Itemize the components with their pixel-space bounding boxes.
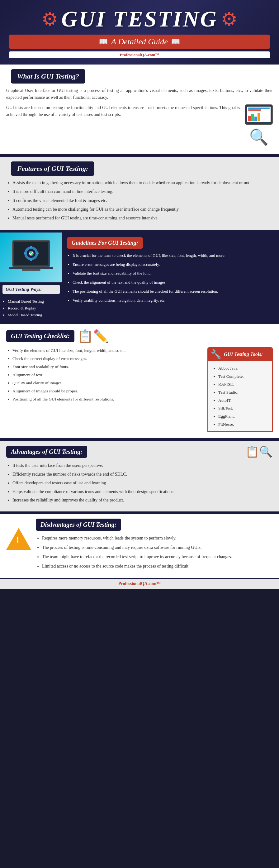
separator-3 xyxy=(0,322,279,324)
advantages-list: It tests the user interface from the use… xyxy=(6,462,273,504)
list-item: Efficiently reduces the number of risks … xyxy=(12,471,273,478)
warning-icon xyxy=(6,528,31,550)
list-item: Offers developers and testers ease of us… xyxy=(12,479,273,487)
list-item: Limited access or no access to the sourc… xyxy=(42,563,273,570)
list-item: Manual tests performed for GUI testing a… xyxy=(12,215,273,222)
header: ⚙ GUI TESTING ⚙ 📖 A Detailed Guide 📖 Pro… xyxy=(0,0,279,64)
tools-title: GUI Testing Tools: xyxy=(224,351,263,357)
list-item: EggPlant. xyxy=(218,412,268,421)
list-item: Positioning of all the GUI elements for … xyxy=(12,396,203,403)
svg-rect-11 xyxy=(22,269,40,271)
advantages-title-banner: Advantages of GUI Testing: xyxy=(6,446,87,458)
ways-list: Manual Based Testing Record & Replay Mod… xyxy=(0,297,62,322)
advantages-icon: 📋🔍 xyxy=(245,445,273,458)
list-item: Check the correct display of error messa… xyxy=(12,355,203,363)
advantages-section: Advantages of GUI Testing: 📋🔍 It tests t… xyxy=(0,441,279,512)
disadvantages-section: Disdvantages of GUI Testing: Requires mo… xyxy=(0,514,279,578)
list-item: It is more difficult than command in lin… xyxy=(12,188,273,195)
list-item: Assists the team in gathering necessary … xyxy=(12,180,273,186)
separator-1 xyxy=(0,154,279,157)
svg-rect-7 xyxy=(24,252,26,254)
main-content: What Is GUI Testing? Graphical User Inte… xyxy=(0,64,279,589)
list-item: Test Complete. xyxy=(218,372,268,380)
website-label: ProfessionalQA.com™ xyxy=(120,52,160,57)
features-title: Features of GUI Testing: xyxy=(17,164,88,173)
gear-right-icon: ⚙ xyxy=(221,8,238,30)
list-item: Model Based Testing xyxy=(8,312,58,318)
subtitle-text: A Detailed Guide xyxy=(111,37,168,46)
checklist-column: Verify the elements of GUI like size, fo… xyxy=(6,347,203,432)
svg-rect-8 xyxy=(36,252,39,254)
checklist-title: GUI Testing Checklist: xyxy=(11,333,70,340)
tablet-image xyxy=(245,104,273,125)
book-right-icon: 📖 xyxy=(171,37,180,46)
disadvantages-icon-col xyxy=(6,519,31,550)
advantages-title: Advantages of GUI Testing: xyxy=(11,448,82,455)
ways-title-banner: GUI Testing Ways: xyxy=(2,285,60,294)
list-item: Abbot Java. xyxy=(218,364,268,372)
footer-website: ProfessionalQA.com™ xyxy=(118,581,161,586)
what-is-images: 🔍 xyxy=(245,104,273,148)
book-left-icon: 📖 xyxy=(99,37,108,46)
disadvantages-title: Disdvantages of GUI Testing: xyxy=(40,521,116,528)
disadvantages-list: Requires more memory resources, which le… xyxy=(36,534,273,570)
features-title-banner: Features of GUI Testing: xyxy=(11,161,94,176)
magnify-icon: 🔍 xyxy=(248,126,270,148)
advantages-header: Advantages of GUI Testing: 📋🔍 xyxy=(6,445,273,458)
disadvantages-content: Disdvantages of GUI Testing: Requires mo… xyxy=(36,519,273,571)
tools-list: Abbot Java. Test Complete. RAPISE. Test … xyxy=(213,364,268,428)
separator-4 xyxy=(0,438,279,441)
list-item: Alignment of images should be proper. xyxy=(12,388,203,395)
guidelines-title-banner: Guidelines For GUI Testing: xyxy=(67,237,143,249)
svg-rect-6 xyxy=(30,258,32,261)
list-item: Requires more memory resources, which le… xyxy=(42,534,273,542)
list-item: It is crucial for the team to check the … xyxy=(73,252,274,259)
ways-column: GUI Testing Ways: Manual Based Testing R… xyxy=(0,232,62,322)
list-item: The positioning of all the GUI elements … xyxy=(73,288,274,295)
list-item: Verify the elements of GUI like size, fo… xyxy=(12,347,203,354)
list-item: Ensure error messages are being displaye… xyxy=(73,261,274,268)
list-item: Verify usability conditions, navigation,… xyxy=(73,297,274,304)
list-item: SilkTest. xyxy=(218,404,268,412)
list-item: It confirms the visual elements like fon… xyxy=(12,197,273,204)
guidelines-list: It is crucial for the team to check the … xyxy=(67,252,274,304)
what-is-section: What Is GUI Testing? Graphical User Inte… xyxy=(0,64,279,154)
list-item: Font size and readability of fonts. xyxy=(12,363,203,371)
checklist-tools-section: GUI Testing Checklist: 📋✏️ Verify the el… xyxy=(0,324,279,438)
footer: ProfessionalQA.com™ xyxy=(0,578,279,589)
checklist-header: GUI Testing Checklist: 📋✏️ xyxy=(6,329,273,343)
list-item: The team might have to refactor the reco… xyxy=(42,553,273,561)
gear-left-icon: ⚙ xyxy=(41,8,58,30)
guidelines-title: Guidelines For GUI Testing: xyxy=(72,240,138,246)
list-item: AutoIT. xyxy=(218,397,268,405)
separator-2 xyxy=(0,230,279,232)
list-item: Increases the reliability and improves t… xyxy=(12,496,273,504)
list-item: Automated testing can be more challengin… xyxy=(12,206,273,213)
list-item: Test Studio. xyxy=(218,388,268,397)
svg-rect-10 xyxy=(9,267,53,269)
features-section: Features of GUI Testing: Assists the tea… xyxy=(0,157,279,230)
list-item: FitNesse. xyxy=(218,421,268,429)
tools-icon: 🔧 xyxy=(210,349,221,359)
list-item: The process of testing is time-consuming… xyxy=(42,544,273,551)
guidelines-ways-section: GUI Testing Ways: Manual Based Testing R… xyxy=(0,232,279,322)
list-item: Validate the font size and readability o… xyxy=(73,270,274,277)
list-item: It tests the user interface from the use… xyxy=(12,462,273,469)
list-item: Manual Based Testing xyxy=(8,298,58,305)
list-item: Quality and clarity of images. xyxy=(12,380,203,387)
tools-column: 🔧 GUI Testing Tools: Abbot Java. Test Co… xyxy=(207,347,273,432)
features-list: Assists the team in gathering necessary … xyxy=(6,180,273,222)
separator-5 xyxy=(0,512,279,514)
list-item: Alignment of text. xyxy=(12,372,203,379)
what-is-title: What Is GUI Testing? xyxy=(17,72,79,81)
page-title: GUI TESTING xyxy=(61,6,218,32)
checklist-list: Verify the elements of GUI like size, fo… xyxy=(6,347,203,403)
ways-title: GUI Testing Ways: xyxy=(6,287,57,292)
list-item: Helps validate the compliance of various… xyxy=(12,488,273,496)
checklist-tools-grid: Verify the elements of GUI like size, fo… xyxy=(6,347,273,432)
what-is-paragraph1: Graphical User Interface or GUI testing … xyxy=(6,87,273,101)
laptop-image xyxy=(0,232,62,282)
what-is-title-banner: What Is GUI Testing? xyxy=(11,69,85,84)
website-bar: ProfessionalQA.com™ xyxy=(9,52,270,58)
disadvantages-title-banner: Disdvantages of GUI Testing: xyxy=(36,519,121,531)
